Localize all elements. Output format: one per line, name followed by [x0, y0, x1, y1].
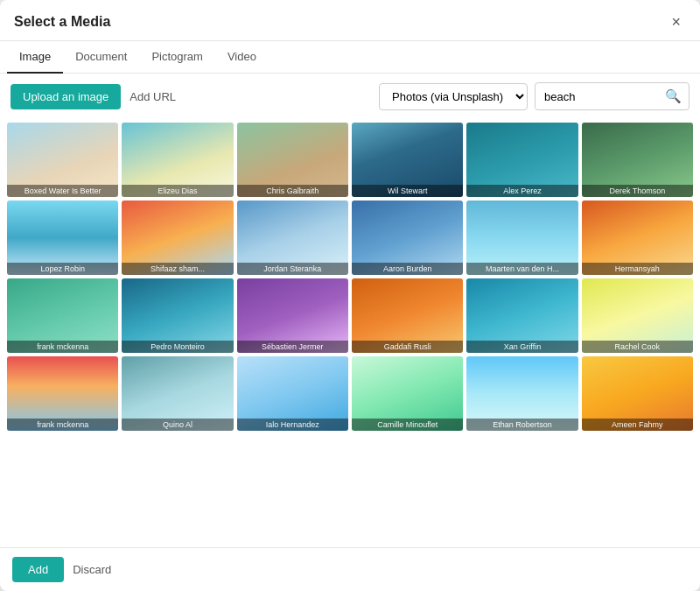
list-item[interactable]: Sébastien Jermer	[237, 278, 348, 353]
photo-author-label: Rachel Cook	[582, 341, 693, 353]
photo-author-label: Ethan Robertson	[466, 419, 578, 431]
list-item[interactable]: Lopez Robin	[7, 201, 118, 275]
list-item[interactable]: Xan Griffin	[466, 278, 578, 353]
close-button[interactable]: ×	[666, 12, 686, 32]
list-item[interactable]: Wil Stewart	[352, 123, 463, 197]
source-select[interactable]: Photos (via Unsplash) My Files	[379, 83, 528, 110]
photo-author-label: Chris Galbraith	[237, 185, 348, 197]
list-item[interactable]: frank mckenna	[7, 278, 118, 353]
photo-author-label: frank mckenna	[7, 341, 118, 353]
list-item[interactable]: Pedro Monteiro	[122, 278, 233, 353]
tab-bar: Image Document Pictogram Video	[0, 41, 700, 74]
photo-author-label: Hermansyah	[582, 263, 693, 275]
search-input[interactable]	[536, 85, 658, 109]
list-item[interactable]: Boxed Water Is Better	[7, 123, 118, 197]
list-item[interactable]: Camille Minouflet	[352, 356, 463, 431]
photo-author-label: Xan Griffin	[466, 341, 578, 353]
photo-author-label: Gaddafi Rusli	[352, 341, 463, 353]
toolbar: Upload an image Add URL Photos (via Unsp…	[0, 74, 700, 119]
tab-document[interactable]: Document	[63, 41, 139, 74]
photo-author-label: Lopez Robin	[7, 263, 118, 275]
photo-author-label: Quino Al	[122, 419, 233, 431]
photo-author-label: Jordan Steranka	[237, 263, 348, 275]
photo-author-label: Pedro Monteiro	[122, 341, 233, 353]
list-item[interactable]: Rachel Cook	[582, 278, 693, 353]
photo-author-label: Camille Minouflet	[352, 419, 463, 431]
list-item[interactable]: Maarten van den H...	[466, 201, 578, 275]
photo-author-label: Maarten van den H...	[466, 263, 578, 275]
list-item[interactable]: Shifaaz sham...	[122, 201, 233, 275]
toolbar-right: Photos (via Unsplash) My Files 🔍	[379, 82, 690, 110]
list-item[interactable]: Alex Perez	[466, 123, 578, 197]
list-item[interactable]: Chris Galbraith	[237, 123, 348, 197]
modal-footer: Add Discard	[0, 547, 700, 591]
photo-author-label: Derek Thomson	[582, 185, 693, 197]
photo-author-label: Aaron Burden	[352, 263, 463, 275]
add-button[interactable]: Add	[12, 557, 64, 582]
photo-author-label: Sébastien Jermer	[237, 341, 348, 353]
tab-video[interactable]: Video	[215, 41, 269, 74]
list-item[interactable]: Quino Al	[122, 356, 233, 431]
photo-author-label: Alex Perez	[466, 185, 578, 197]
list-item[interactable]: Derek Thomson	[582, 123, 693, 197]
photo-author-label: Ialo Hernandez	[237, 419, 348, 431]
tab-image[interactable]: Image	[7, 41, 63, 74]
photo-author-label: Boxed Water Is Better	[7, 185, 118, 197]
photo-author-label: Ameen Fahmy	[582, 419, 693, 431]
list-item[interactable]: frank mckenna	[7, 356, 118, 431]
list-item[interactable]: Ethan Robertson	[466, 356, 578, 431]
list-item[interactable]: Elizeu Dias	[122, 123, 233, 197]
list-item[interactable]: Hermansyah	[582, 201, 693, 275]
tab-pictogram[interactable]: Pictogram	[139, 41, 215, 74]
discard-button[interactable]: Discard	[73, 563, 111, 576]
select-media-modal: Select a Media × Image Document Pictogra…	[0, 0, 700, 591]
search-wrapper: 🔍	[535, 82, 690, 110]
list-item[interactable]: Gaddafi Rusli	[352, 278, 463, 353]
photo-gallery: Boxed Water Is BetterElizeu DiasChris Ga…	[0, 119, 700, 547]
photo-author-label: Shifaaz sham...	[122, 263, 233, 275]
list-item[interactable]: Ialo Hernandez	[237, 356, 348, 431]
search-button[interactable]: 🔍	[658, 83, 689, 109]
list-item[interactable]: Jordan Steranka	[237, 201, 348, 275]
photo-author-label: Elizeu Dias	[122, 185, 233, 197]
list-item[interactable]: Aaron Burden	[352, 201, 463, 275]
list-item[interactable]: Ameen Fahmy	[582, 356, 693, 431]
photo-author-label: frank mckenna	[7, 419, 118, 431]
modal-title: Select a Media	[14, 14, 110, 30]
upload-image-button[interactable]: Upload an image	[10, 84, 121, 109]
modal-header: Select a Media ×	[0, 0, 700, 41]
photo-author-label: Wil Stewart	[352, 185, 463, 197]
add-url-link[interactable]: Add URL	[130, 90, 176, 103]
